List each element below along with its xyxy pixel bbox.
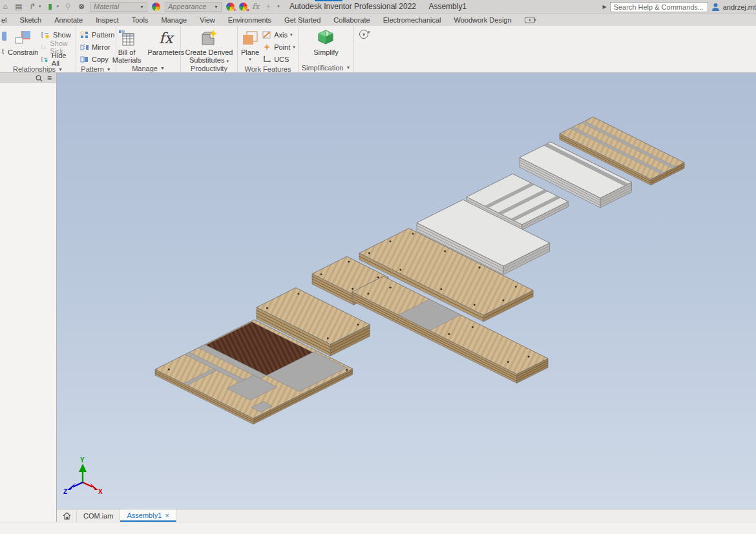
ribbon: t Constrain [0, 26, 756, 73]
color-wheel-icon[interactable] [152, 3, 160, 11]
home-icon [63, 512, 71, 520]
productivity-panel-label[interactable]: Productivity [181, 65, 237, 72]
axis-button[interactable]: Axis ▾ [260, 28, 297, 41]
panel-relationships: t Constrain [0, 26, 76, 72]
panel-manage: Bill of Materials fx Parameters Manage▼ [116, 26, 181, 72]
panel-simplification: Simplify Simplification▼ [299, 26, 354, 72]
browser-header: ≡ [0, 73, 56, 83]
tab-view[interactable]: View [193, 14, 222, 26]
chevron-down-icon: ▼ [214, 5, 218, 9]
material-browser-icon[interactable]: ⊗ [77, 2, 86, 11]
parameters-button[interactable]: fx Parameters [146, 28, 185, 57]
hide-all-button[interactable]: Hide All [39, 53, 74, 65]
battery-dropdown-icon[interactable]: ▾ [57, 4, 59, 9]
tab-annotate[interactable]: Annotate [48, 14, 89, 26]
doc-tab-com[interactable]: COM.iam [77, 509, 120, 522]
doc-tab-assembly1[interactable]: Assembly1 × [120, 509, 176, 522]
chevron-down-icon: ▼ [160, 66, 165, 70]
clear-appearance-icon[interactable]: × [239, 3, 247, 11]
mirror-icon [80, 43, 89, 51]
show-sick-icon [41, 43, 47, 51]
plane-button[interactable]: Plane ▾ [240, 28, 260, 61]
active-tab-accent [315, 0, 342, 1]
status-bar [0, 522, 756, 534]
browser-menu-icon[interactable]: ≡ [47, 74, 52, 82]
viewport-3d[interactable]: YXZ [57, 73, 756, 509]
plane-icon [241, 28, 259, 48]
tab-sketch[interactable]: Sketch [14, 14, 48, 26]
material-combobox-value: Material [94, 3, 119, 10]
tab-manage[interactable]: Manage [154, 14, 193, 26]
tab-model-clipped[interactable]: el [0, 14, 14, 26]
constrain-icon [14, 28, 33, 48]
svg-text:X: X [98, 488, 103, 495]
user-avatar-icon[interactable] [711, 3, 720, 12]
create-derived-substitutes-icon [199, 28, 218, 48]
measure-icon: ⚲ [63, 2, 72, 11]
chevron-down-icon: ▾ [290, 32, 293, 37]
return-icon[interactable]: ↱ [28, 2, 37, 11]
relationships-panel-label[interactable]: Relationships▼ [0, 65, 76, 73]
clipped-button-fragment[interactable]: t [2, 28, 6, 55]
tab-collaborate[interactable]: Collaborate [327, 14, 376, 26]
svg-text:Y: Y [80, 457, 85, 464]
pattern-icon [80, 31, 89, 39]
ribbon-display-options[interactable]: ▼ ▾ [354, 26, 370, 72]
ribbon-tab-row: el Sketch Annotate Inspect Tools Manage … [0, 14, 756, 26]
constrain-button[interactable]: Constrain [6, 28, 39, 57]
home-icon[interactable]: ⌂ [1, 2, 10, 11]
properties-icon[interactable]: ▤ [14, 2, 23, 11]
help-search-input[interactable] [610, 2, 708, 12]
pattern-panel-label[interactable]: Pattern▼ [76, 65, 116, 73]
model-browser-panel: ≡ [0, 73, 57, 522]
simplification-panel-label[interactable]: Simplification▼ [299, 63, 353, 72]
chevron-down-icon: ▾ [226, 59, 229, 63]
close-icon[interactable]: × [165, 511, 169, 519]
search-expander-icon[interactable]: ▶ [602, 4, 606, 10]
appearance-combobox-value: Appearance [168, 3, 206, 10]
chevron-down-icon: ▾ [249, 57, 251, 62]
copy-icon [80, 56, 89, 63]
tab-inspect[interactable]: Inspect [89, 14, 125, 26]
qat-customize-icon[interactable]: ▾ [277, 4, 280, 9]
view-triad: YXZ [63, 457, 103, 495]
document-title: Assembly1 [428, 2, 467, 11]
tab-get-started[interactable]: Get Started [278, 14, 327, 26]
battery-icon[interactable]: ▮ [46, 2, 55, 11]
browser-tree[interactable] [0, 83, 56, 522]
user-name[interactable]: andrzej.mt [723, 3, 756, 11]
add-icon: + [264, 2, 273, 11]
svg-text:Z: Z [63, 488, 67, 495]
viewport-canvas[interactable]: YXZ [57, 73, 756, 509]
parameters-quick-icon[interactable]: fx [252, 2, 259, 11]
home-view-button[interactable] [57, 509, 77, 522]
tab-tools[interactable]: Tools [125, 14, 155, 26]
material-combobox[interactable]: Material ▼ [90, 2, 147, 12]
chevron-down-icon: ▼ [346, 65, 350, 70]
search-icon[interactable] [36, 75, 43, 82]
chevron-down-icon: ▾ [368, 30, 370, 35]
panel-pattern: Pattern Mirror Copy [76, 26, 116, 72]
return-dropdown-icon[interactable]: ▾ [39, 4, 41, 9]
parameters-icon: fx [159, 28, 173, 48]
tab-environments[interactable]: Environments [222, 14, 278, 26]
tab-woodwork-design[interactable]: Woodwork Design [448, 14, 518, 26]
switch-windows-button[interactable]: ▾ [525, 17, 537, 23]
tab-electromechanical[interactable]: Electromechanical [377, 14, 448, 26]
work-features-panel-label[interactable]: Work Features [238, 65, 298, 73]
app-title: Autodesk Inventor Professional 2022 [289, 2, 416, 11]
bill-of-materials-icon [118, 28, 136, 48]
create-derived-substitutes-button[interactable]: Create Derived Substitutes ▾ [184, 28, 235, 65]
ucs-button[interactable]: UCS [260, 53, 297, 65]
adjust-appearance-icon[interactable]: + [226, 3, 235, 11]
axis-icon [262, 31, 271, 39]
chevron-down-icon: ▼ [58, 67, 63, 72]
appearance-combobox[interactable]: Appearance ▼ [165, 2, 222, 12]
panel-work-features: Plane ▾ Axis ▾ Point ▾ [238, 26, 299, 72]
manage-panel-label[interactable]: Manage▼ [116, 65, 180, 72]
simplify-button[interactable]: Simplify [312, 28, 340, 57]
point-button[interactable]: Point ▾ [260, 41, 297, 53]
workspace: ≡ YXZ [0, 73, 756, 522]
bill-of-materials-button[interactable]: Bill of Materials [111, 28, 143, 65]
ribbon-options-icon: ▼ [359, 30, 368, 39]
